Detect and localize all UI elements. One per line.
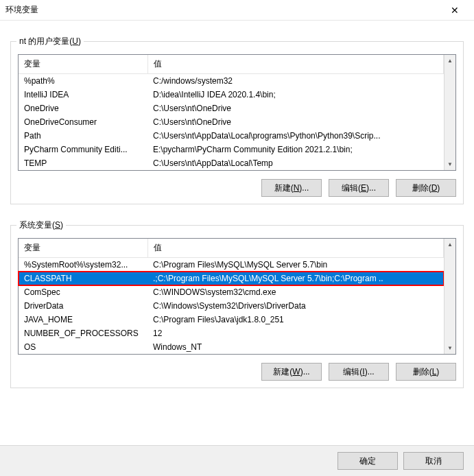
table-row[interactable]: OSWindows_NT <box>19 340 444 354</box>
col-header-variable[interactable]: 变量 <box>19 239 147 258</box>
close-icon: ✕ <box>451 5 459 16</box>
user-vars-buttons: 新建(N)... 编辑(E)... 删除(D) <box>18 179 456 197</box>
col-header-variable[interactable]: 变量 <box>19 55 147 74</box>
cell-value: Windows_NT <box>147 340 444 354</box>
cell-value: C:\Program Files\Java\jdk1.8.0_251 <box>147 313 444 326</box>
cell-variable: ComSpec <box>19 285 147 299</box>
scroll-up-icon[interactable]: ▲ <box>445 55 455 67</box>
table-row[interactable]: CLASSPATH.;C:\Program Files\MySQL\MySQL … <box>19 272 444 285</box>
cell-variable: OneDriveConsumer <box>19 115 147 129</box>
cell-value: E:\pycharm\PyCharm Community Edition 202… <box>147 143 444 156</box>
user-vars-scrollbar[interactable]: ▲ ▼ <box>444 55 455 170</box>
content-area: nt 的用户变量(U) 变量 值 %path%C:/windows/system… <box>0 21 474 388</box>
table-row[interactable]: %path%C:/windows/system32 <box>19 74 444 88</box>
cell-value: C:\Users\nt\OneDrive <box>147 115 444 129</box>
table-row[interactable]: %SystemRoot%\system32...C:\Program Files… <box>19 258 444 272</box>
cell-value: C:\WINDOWS\system32\cmd.exe <box>147 285 444 299</box>
scroll-up-icon[interactable]: ▲ <box>445 239 455 250</box>
table-row[interactable]: ComSpecC:\WINDOWS\system32\cmd.exe <box>19 285 444 299</box>
table-row[interactable]: DriverDataC:\Windows\System32\Drivers\Dr… <box>19 299 444 313</box>
scroll-down-icon[interactable]: ▼ <box>445 342 455 354</box>
user-vars-table[interactable]: 变量 值 %path%C:/windows/system32IntelliJ I… <box>19 55 444 170</box>
cell-variable: TEMP <box>19 156 147 170</box>
cell-value: D:\idea\IntelliJ IDEA 2020.1.4\bin; <box>147 88 444 102</box>
user-delete-button[interactable]: 删除(D) <box>396 179 456 197</box>
table-row[interactable]: NUMBER_OF_PROCESSORS12 <box>19 326 444 340</box>
table-row[interactable]: IntelliJ IDEAD:\idea\IntelliJ IDEA 2020.… <box>19 88 444 102</box>
cell-value: C:\Users\nt\OneDrive <box>147 102 444 115</box>
table-row[interactable]: JAVA_HOMEC:\Program Files\Java\jdk1.8.0_… <box>19 313 444 326</box>
cell-value: C:\Users\nt\AppData\Local\Temp <box>147 156 444 170</box>
scroll-down-icon[interactable]: ▼ <box>445 158 455 170</box>
cell-variable: %path% <box>19 74 147 88</box>
cell-value: C:/windows/system32 <box>147 74 444 88</box>
table-header-row: 变量 值 <box>19 239 444 258</box>
cancel-button[interactable]: 取消 <box>403 452 464 470</box>
user-new-button[interactable]: 新建(N)... <box>261 179 322 197</box>
table-row[interactable]: PathC:\Users\nt\AppData\Local\programs\P… <box>19 129 444 143</box>
sys-vars-buttons: 新建(W)... 编辑(I)... 删除(L) <box>18 363 456 381</box>
cell-variable: Path <box>19 129 147 143</box>
table-header-row: 变量 值 <box>19 55 444 74</box>
cell-variable: %SystemRoot%\system32... <box>19 258 147 272</box>
table-row[interactable]: PyCharm Community Editi...E:\pycharm\PyC… <box>19 143 444 156</box>
sys-new-button[interactable]: 新建(W)... <box>261 363 322 381</box>
sys-vars-table-wrap: 变量 值 %SystemRoot%\system32...C:\Program … <box>18 238 456 355</box>
system-variables-group: 系统变量(S) 变量 值 %SystemRoot%\system32...C:\… <box>10 225 464 388</box>
sys-delete-button[interactable]: 删除(L) <box>396 363 456 381</box>
cell-variable: OneDrive <box>19 102 147 115</box>
sys-vars-table[interactable]: 变量 值 %SystemRoot%\system32...C:\Program … <box>19 239 444 354</box>
cell-variable: NUMBER_OF_PROCESSORS <box>19 326 147 340</box>
cell-value: C:\Program Files\MySQL\MySQL Server 5.7\… <box>147 258 444 272</box>
sys-edit-button[interactable]: 编辑(I)... <box>329 363 389 381</box>
table-row[interactable]: OneDriveC:\Users\nt\OneDrive <box>19 102 444 115</box>
cell-value: 12 <box>147 326 444 340</box>
cell-variable: PyCharm Community Editi... <box>19 143 147 156</box>
dialog-footer: 确定 取消 <box>0 445 474 476</box>
user-vars-table-wrap: 变量 值 %path%C:/windows/system32IntelliJ I… <box>18 54 456 171</box>
table-row[interactable]: TEMPC:\Users\nt\AppData\Local\Temp <box>19 156 444 170</box>
window-title: 环境变量 <box>5 4 38 16</box>
cell-variable: OS <box>19 340 147 354</box>
cell-variable: CLASSPATH <box>19 272 147 285</box>
user-variables-group: nt 的用户变量(U) 变量 值 %path%C:/windows/system… <box>10 41 464 204</box>
cell-variable: JAVA_HOME <box>19 313 147 326</box>
cell-value: C:\Users\nt\AppData\Local\programs\Pytho… <box>147 129 444 143</box>
cell-variable: DriverData <box>19 299 147 313</box>
cell-value: C:\Windows\System32\Drivers\DriverData <box>147 299 444 313</box>
sys-vars-label: 系统变量(S) <box>16 219 66 231</box>
cell-variable: IntelliJ IDEA <box>19 88 147 102</box>
col-header-value[interactable]: 值 <box>147 239 444 258</box>
ok-button[interactable]: 确定 <box>337 452 398 470</box>
titlebar: 环境变量 ✕ <box>0 0 474 21</box>
cell-value: .;C:\Program Files\MySQL\MySQL Server 5.… <box>147 272 444 285</box>
close-button[interactable]: ✕ <box>441 1 469 20</box>
user-vars-label: nt 的用户变量(U) <box>16 36 84 47</box>
table-row[interactable]: OneDriveConsumerC:\Users\nt\OneDrive <box>19 115 444 129</box>
user-edit-button[interactable]: 编辑(E)... <box>329 179 389 197</box>
sys-vars-scrollbar[interactable]: ▲ ▼ <box>444 239 455 354</box>
col-header-value[interactable]: 值 <box>147 55 444 74</box>
